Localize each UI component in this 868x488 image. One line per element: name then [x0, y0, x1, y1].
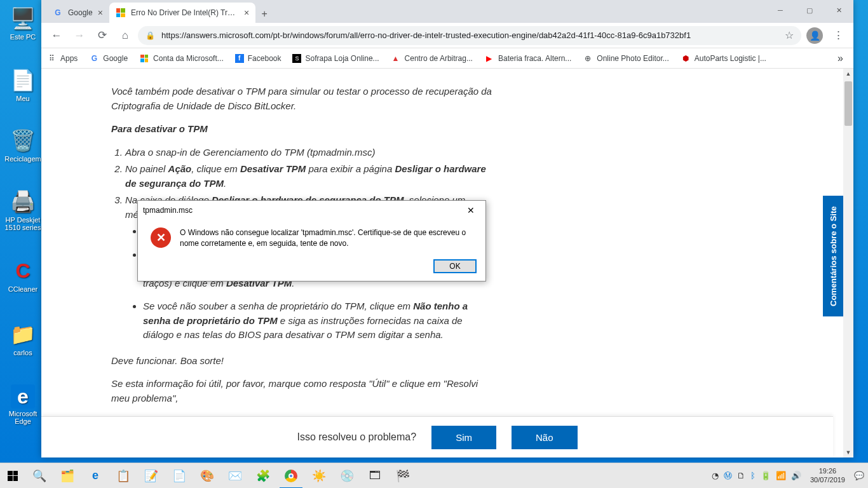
google-icon: G: [89, 53, 99, 64]
profile-avatar[interactable]: 👤: [806, 27, 823, 44]
desktop-icon-reciclagem[interactable]: 🗑️Reciclagem: [4, 127, 42, 163]
error-dialog: tpmadmin.msc ✕ ✕ O Windows não consegue …: [137, 200, 486, 281]
taskbar-app[interactable]: ☀️: [305, 463, 333, 489]
article-intro: Você também pode desativar o TPM para si…: [111, 85, 492, 113]
error-icon: ✕: [151, 227, 171, 248]
tray-icon[interactable]: 🗋: [737, 471, 745, 480]
dialog-close-button[interactable]: ✕: [461, 205, 480, 215]
tab-google[interactable]: G Google ×: [46, 3, 109, 23]
taskbar-app[interactable]: 🎨: [193, 463, 221, 489]
dialog-titlebar[interactable]: tpmadmin.msc ✕: [138, 201, 485, 220]
wifi-icon[interactable]: 📶: [776, 471, 786, 480]
apps-icon: ⠿: [46, 53, 57, 64]
browser-toolbar: ← → ⟳ ⌂ 🔒 https://answers.microsoft.com/…: [41, 23, 853, 48]
taskbar-explorer[interactable]: 🗂️: [53, 463, 81, 489]
site-feedback-tab[interactable]: Comentários sobre o Site: [823, 196, 843, 316]
bookmark-autoparts[interactable]: ⬢AutoParts Logistic |...: [681, 53, 766, 64]
photo-editor-icon: ⊕: [583, 53, 593, 64]
tab-active[interactable]: Erro No Driver De Intel(R) Trustec ×: [109, 3, 255, 23]
minimize-button[interactable]: ─: [766, 0, 795, 20]
dialog-ok-button[interactable]: OK: [433, 259, 477, 273]
start-button[interactable]: [0, 463, 25, 489]
article-footer: Se esta informação foi útil, por favor, …: [111, 377, 492, 405]
home-button[interactable]: ⌂: [115, 25, 135, 46]
close-window-button[interactable]: ✕: [824, 0, 853, 20]
facebook-icon: f: [235, 54, 244, 63]
bookmark-facebook[interactable]: fFacebook: [235, 54, 281, 63]
taskbar-app[interactable]: 🧩: [249, 463, 277, 489]
youtube-icon: ▶: [484, 53, 494, 64]
taskbar-app[interactable]: 📋: [109, 463, 137, 489]
tray-icon[interactable]: ◔: [712, 471, 719, 480]
notifications-icon[interactable]: 💬: [854, 471, 864, 480]
taskbar-search[interactable]: 🔍: [25, 463, 53, 489]
reload-button[interactable]: ⟳: [92, 25, 112, 46]
article-closing: Deve funcionar. Boa sorte!: [111, 354, 492, 369]
maximize-button[interactable]: ▢: [795, 0, 824, 20]
bluetooth-icon[interactable]: ᛒ: [750, 471, 756, 480]
desktop-icon-carlos[interactable]: 📁carlos: [4, 321, 42, 356]
google-favicon: G: [53, 8, 63, 18]
desktop-icon-ccleaner[interactable]: CCCleaner: [4, 257, 42, 293]
new-tab-button[interactable]: +: [255, 5, 273, 23]
scroll-down-icon[interactable]: ▼: [843, 447, 853, 458]
volume-icon[interactable]: 🔊: [791, 471, 801, 480]
taskbar-mail[interactable]: ✉️: [221, 463, 249, 489]
taskbar-clock[interactable]: 19:26 30/07/2019: [806, 467, 849, 484]
feedback-question: Isso resolveu o problema?: [297, 431, 416, 443]
bookmarks-bar: ⠿Apps GGoogle Conta da Microsoft... fFac…: [41, 48, 853, 69]
arbitragem-icon: ▲: [391, 53, 401, 64]
system-tray: ◔ Ⓜ 🗋 ᛒ 🔋 📶 🔊 19:26 30/07/2019 💬: [712, 467, 868, 484]
windows-logo-icon: [8, 471, 18, 481]
ms-icon: [139, 53, 149, 64]
bookmark-bateria[interactable]: ▶Bateria fraca. Altern...: [484, 53, 571, 64]
desktop-icon-meu[interactable]: 📄Meu: [4, 67, 42, 102]
bookmark-arbitragem[interactable]: ▲Centro de Arbitrag...: [391, 53, 473, 64]
taskbar-app[interactable]: 📝: [137, 463, 165, 489]
sofrapa-icon: S: [292, 54, 301, 63]
tab-strip: G Google × Erro No Driver De Intel(R) Tr…: [41, 0, 853, 23]
back-button[interactable]: ←: [46, 25, 67, 46]
feedback-yes-button[interactable]: Sim: [431, 426, 496, 449]
list-item: No painel Ação, clique em Desativar TPM …: [125, 162, 492, 191]
feedback-bar: Isso resolveu o problema? Sim Não: [41, 416, 833, 458]
autoparts-icon: ⬢: [681, 53, 691, 64]
bookmark-star-icon[interactable]: ☆: [785, 29, 794, 41]
bookmark-google[interactable]: GGoogle: [89, 53, 128, 64]
article-heading: Para desativar o TPM: [111, 123, 208, 134]
bookmark-sofrapa[interactable]: SSofrapa Loja Online...: [292, 54, 379, 63]
ms-favicon: [116, 8, 126, 18]
scroll-up-icon[interactable]: ▲: [843, 69, 853, 79]
taskbar-edge[interactable]: e: [81, 463, 109, 489]
menu-button[interactable]: ⋮: [828, 25, 848, 46]
scrollbar[interactable]: ▲ ▼: [843, 69, 853, 458]
close-tab-icon[interactable]: ×: [98, 8, 103, 18]
dialog-title-text: tpmadmin.msc: [143, 206, 193, 215]
bookmark-apps[interactable]: ⠿Apps: [46, 53, 78, 64]
desktop-icon-edge[interactable]: eMicrosoft Edge: [4, 384, 42, 425]
list-item: Se você não souber a senha de proprietár…: [143, 299, 492, 342]
scroll-thumb[interactable]: [844, 81, 852, 126]
list-item: Abra o snap-in de Gerenciamento do TPM (…: [125, 146, 492, 160]
forward-button[interactable]: →: [69, 25, 90, 46]
tray-icon[interactable]: Ⓜ: [724, 470, 732, 482]
window-controls: ─ ▢ ✕: [766, 0, 853, 20]
taskbar-app[interactable]: 📄: [165, 463, 193, 489]
taskbar-app[interactable]: 🏁: [389, 463, 417, 489]
taskbar-app[interactable]: 🗔: [361, 463, 389, 489]
bookmarks-overflow[interactable]: »: [837, 53, 848, 64]
desktop-icon-este-pc[interactable]: 🖥️Este PC: [4, 5, 42, 41]
desktop-icon-hp-deskjet[interactable]: 🖨️HP Deskjet 1510 series: [4, 188, 42, 231]
bookmark-photo-editor[interactable]: ⊕Online Photo Editor...: [583, 53, 668, 64]
taskbar: 🔍 🗂️ e 📋 📝 📄 🎨 ✉️ 🧩 ☀️ 💿 🗔 🏁 ◔ Ⓜ 🗋 ᛒ 🔋 📶…: [0, 463, 868, 488]
dialog-message: O Windows não consegue localizar 'tpmadm…: [180, 227, 473, 249]
battery-icon[interactable]: 🔋: [761, 471, 771, 480]
lock-icon: 🔒: [146, 31, 155, 40]
address-bar[interactable]: 🔒 https://answers.microsoft.com/pt-br/wi…: [138, 26, 801, 45]
close-tab-icon[interactable]: ×: [244, 8, 249, 18]
taskbar-app[interactable]: 💿: [333, 463, 361, 489]
bookmark-microsoft[interactable]: Conta da Microsoft...: [139, 53, 224, 64]
feedback-no-button[interactable]: Não: [512, 426, 578, 449]
taskbar-chrome[interactable]: [277, 463, 305, 489]
